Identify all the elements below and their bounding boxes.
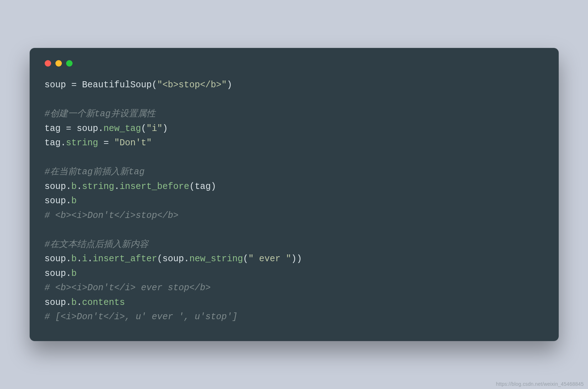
code-token: contents [82, 297, 125, 308]
code-token: ) [227, 80, 232, 90]
close-icon[interactable] [45, 60, 51, 67]
code-token: ) [163, 123, 168, 134]
code-token: soup = BeautifulSoup( [45, 80, 157, 90]
code-token: insert_after [93, 254, 157, 264]
code-token: #创建一个新tag并设置属性 [45, 109, 155, 119]
code-token: new_tag [104, 123, 141, 134]
traffic-lights [45, 60, 544, 67]
code-token: soup. [45, 268, 71, 279]
code-token: "i" [147, 123, 163, 134]
code-token: tag = soup. [45, 123, 104, 134]
minimize-icon[interactable] [55, 60, 62, 67]
code-token: insert_before [120, 181, 189, 192]
code-token: b [71, 196, 77, 206]
code-token: # <b><i>Don't</i>stop</b> [45, 210, 179, 221]
code-token: . [114, 181, 120, 192]
code-token: soup. [45, 297, 71, 308]
code-token: ( [141, 123, 147, 134]
code-token: i [82, 254, 88, 264]
code-token: b [71, 254, 77, 264]
code-token: #在文本结点后插入新内容 [45, 239, 148, 250]
code-token: # [<i>Don't</i>, u' ever ', u'stop'] [45, 312, 238, 322]
watermark: https://blog.csdn.net/weixin_45468845 [496, 381, 584, 387]
code-token: . [77, 254, 82, 264]
code-token: . [77, 181, 82, 192]
code-token: "<b>stop</b>" [157, 80, 227, 90]
code-token: soup. [45, 254, 71, 264]
code-token: soup. [45, 196, 71, 206]
zoom-icon[interactable] [66, 60, 73, 67]
code-block: soup = BeautifulSoup("<b>stop</b>") #创建一… [45, 78, 544, 325]
code-token: b [71, 268, 77, 279]
code-token: string [82, 181, 114, 192]
code-token: string [66, 138, 98, 148]
code-token: ( [243, 254, 248, 264]
code-token: #在当前tag前插入新tag [45, 167, 145, 177]
code-token: new_string [189, 254, 243, 264]
code-token: (soup. [157, 254, 189, 264]
code-token: b [71, 297, 77, 308]
code-token: . [77, 297, 82, 308]
code-window: soup = BeautifulSoup("<b>stop</b>") #创建一… [30, 48, 559, 341]
code-token: b [71, 181, 77, 192]
code-token: . [88, 254, 93, 264]
code-token: tag. [45, 138, 66, 148]
code-token: # <b><i>Don't</i> ever stop</b> [45, 283, 211, 293]
code-token: " ever " [248, 254, 291, 264]
code-token: )) [291, 254, 302, 264]
code-token: soup. [45, 181, 71, 192]
code-token: = [98, 138, 114, 148]
code-token: "Don't" [114, 138, 152, 148]
code-token: (tag) [189, 181, 216, 192]
